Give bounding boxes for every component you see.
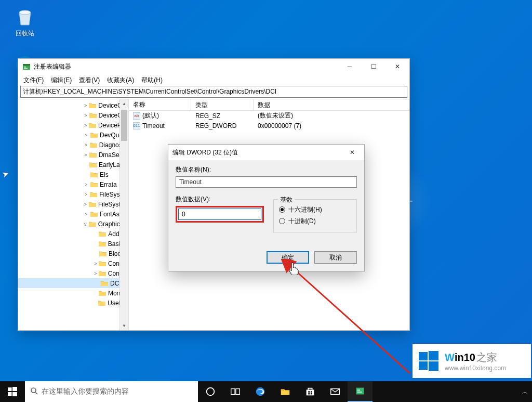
expand-icon[interactable]: > [83,202,88,207]
tree-item[interactable]: >DevicePanels [18,120,128,130]
expand-icon[interactable]: > [83,123,88,128]
taskbar-search[interactable]: 在这里输入你要搜索的内容 [25,381,198,402]
tree-item[interactable]: Additional [18,229,128,239]
folder-icon [90,171,98,178]
scroll-thumb[interactable] [121,110,127,141]
radix-hex[interactable]: 十六进制(H) [279,204,351,215]
col-type[interactable]: 类型 [191,99,254,110]
search-icon [30,387,38,396]
svg-rect-11 [429,351,438,360]
scroll-up-icon[interactable]: ▲ [120,99,128,108]
explorer-button[interactable] [273,381,298,402]
svg-rect-31 [356,388,364,395]
folder-icon [89,141,98,149]
tree-item[interactable]: BlockList [18,249,128,258]
dialog-close-button[interactable]: ✕ [340,145,364,160]
tree-scrollbar[interactable]: ▲ ▼ [119,99,128,330]
expand-icon[interactable]: > [83,182,90,187]
close-button[interactable]: ✕ [385,59,409,74]
edge-taskbar-button[interactable] [248,381,273,402]
tree-item[interactable]: DCI [18,278,128,288]
data-field[interactable] [178,209,261,220]
tree-item[interactable]: >Errata [18,179,128,189]
scroll-down-icon[interactable]: ▼ [120,321,128,330]
tree-item[interactable]: >Configurat [18,258,128,268]
tree-item[interactable]: EarlyLaunch [18,160,128,170]
name-field[interactable] [176,176,357,188]
recycle-bin-icon[interactable]: 回收站 [6,5,44,38]
menu-file[interactable]: 文件(F) [20,75,47,86]
col-data[interactable]: 数据 [254,99,409,110]
value-data: (数值未设置) [254,111,409,120]
dialog-body: 数值名称(N): 数值数据(V): 基数 十六进制(H) 十 [168,160,364,251]
taskview-button[interactable] [223,381,248,402]
mail-button[interactable] [323,381,348,402]
tree-item[interactable]: >FileSystem [18,189,128,199]
folder-icon [88,122,97,129]
expand-icon[interactable]: > [83,103,88,108]
regedit-titlebar[interactable]: 注册表编辑器 ─ ☐ ✕ [18,59,409,74]
svg-rect-32 [357,390,361,391]
expand-icon[interactable]: v [83,222,88,227]
value-row[interactable]: 011TimeoutREG_DWORD0x00000007 (7) [129,121,409,131]
menu-help[interactable]: 帮助(H) [138,75,166,86]
store-button[interactable] [298,381,323,402]
cancel-button[interactable]: 取消 [314,251,357,264]
col-name[interactable]: 名称 [129,99,191,110]
regedit-taskbar-button[interactable] [348,381,373,402]
expand-icon[interactable]: > [93,261,98,266]
tree-item[interactable]: >DevQuery [18,130,128,140]
folder-icon [89,161,97,168]
tree-item[interactable]: vGraphicsDrive [18,219,128,229]
tree-item[interactable]: BasicDispl [18,239,128,249]
data-highlight [176,206,264,223]
start-button[interactable] [0,381,25,402]
tree-item-label: Errata [100,181,117,188]
tree-item[interactable]: MonitorDa [18,288,128,298]
expand-icon[interactable]: > [83,142,89,148]
tree-item[interactable]: UseNewKe [18,298,128,308]
value-row[interactable]: ab(默认)REG_SZ(数值未设置) [129,111,409,121]
menu-view[interactable]: 查看(V) [76,75,103,86]
radix-dec[interactable]: 十进制(D) [279,215,351,227]
svg-line-19 [35,392,37,394]
expand-icon[interactable]: > [93,271,98,276]
svg-rect-29 [311,393,312,395]
folder-icon [88,221,97,228]
folder-icon [89,191,98,198]
svg-rect-13 [429,361,438,371]
menu-edit[interactable]: 编辑(E) [48,75,75,86]
menu-fav[interactable]: 收藏夹(A) [104,75,137,86]
recycle-bin-label: 回收站 [16,29,34,38]
tree-item[interactable]: >DeviceContai [18,100,128,110]
address-bar[interactable]: 计算机\HKEY_LOCAL_MACHINE\SYSTEM\CurrentCon… [20,86,407,98]
tree-item[interactable]: >Diagnostics [18,140,128,150]
data-label: 数值数据(V): [176,195,264,204]
expand-icon[interactable]: > [83,113,89,118]
tray-overflow-button[interactable]: ︿ [517,388,532,396]
cortana-button[interactable] [198,381,223,402]
maximize-button[interactable]: ☐ [362,59,385,74]
expand-icon[interactable]: > [83,192,89,197]
expand-icon[interactable]: > [83,212,90,217]
ok-button[interactable]: 确定 [267,251,309,264]
window-controls: ─ ☐ ✕ [338,59,409,74]
svg-point-20 [207,388,215,396]
tree-item[interactable]: >DmaSecurity [18,150,128,160]
svg-rect-7 [24,67,26,68]
expand-icon[interactable]: > [83,133,90,138]
tree-item[interactable]: Els [18,170,128,179]
value-type-icon: ab [133,112,140,120]
radix-hex-label: 十六进制(H) [288,205,322,214]
expand-icon[interactable]: > [83,152,89,158]
tree-item[interactable]: >FontAssoc [18,209,128,219]
dialog-titlebar[interactable]: 编辑 DWORD (32 位)值 ✕ [168,145,364,160]
minimize-button[interactable]: ─ [338,59,362,74]
watermark-url: www.win10xitong.com [445,365,506,372]
folder-icon [98,230,107,238]
tree-item[interactable]: >FileSystemUti [18,199,128,209]
dialog-buttons: 确定 取消 [168,251,364,271]
tree-item[interactable]: >Connectivi [18,268,128,278]
task-icons [198,381,373,402]
tree-item[interactable]: >DeviceOverri [18,110,128,120]
